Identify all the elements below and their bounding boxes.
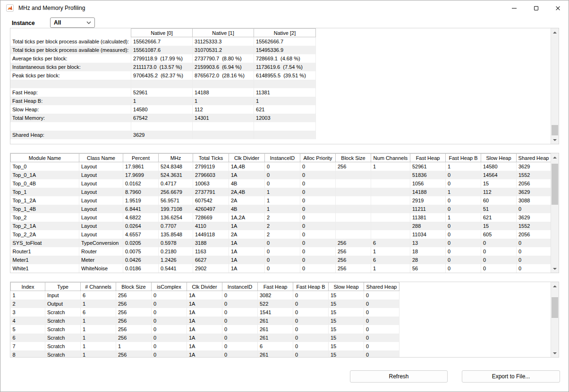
scroll-down-button[interactable] xyxy=(551,265,559,273)
table-cell[interactable]: 728669 xyxy=(193,213,229,222)
table-cell[interactable]: 14188 xyxy=(193,88,254,97)
table-cell[interactable] xyxy=(193,122,254,131)
table-cell[interactable] xyxy=(193,80,254,88)
table-cell[interactable]: 1 xyxy=(81,317,116,325)
table-cell[interactable]: 0 xyxy=(364,350,399,358)
table-cell[interactable]: 11211 xyxy=(410,205,446,213)
table-cell[interactable]: 0 xyxy=(481,256,517,264)
table-cell[interactable]: 1A xyxy=(187,308,222,317)
table-cell[interactable]: 112 xyxy=(193,105,254,114)
table-cell[interactable]: 1 xyxy=(81,325,116,334)
table-cell[interactable] xyxy=(254,80,316,88)
table-cell[interactable]: 0 xyxy=(300,196,336,205)
table-cell[interactable]: 2111173.0 (13.57 %) xyxy=(131,63,193,71)
table-cell[interactable]: 2796603 xyxy=(193,171,229,179)
table-cell[interactable]: 256 xyxy=(116,325,152,334)
table-cell[interactable]: 2737791 xyxy=(193,188,229,196)
table-cell[interactable]: 1541 xyxy=(258,308,293,317)
table-row[interactable]: Meter1Meter0.04261.242666271A00256628000 xyxy=(11,256,551,264)
table-cell[interactable]: 2056 xyxy=(517,230,551,239)
table-cell[interactable]: 5 xyxy=(11,325,45,334)
table-cell[interactable]: 2 xyxy=(11,300,45,308)
table-cell[interactable]: 2159903.6 (6.94 %) xyxy=(193,63,254,71)
table-cell[interactable]: Router1 xyxy=(11,247,79,256)
table-cell[interactable]: 6627 xyxy=(193,256,229,264)
table-cell[interactable]: Scratch xyxy=(45,308,81,317)
table-cell[interactable]: 0 xyxy=(446,222,481,230)
table-cell[interactable]: 256 xyxy=(116,350,152,358)
table-cell[interactable]: 1 xyxy=(116,342,152,350)
table-cell[interactable]: 0 xyxy=(517,264,551,273)
table-cell[interactable] xyxy=(371,179,410,188)
table-cell[interactable]: 0 xyxy=(265,171,300,179)
table-cell[interactable]: 0.0162 xyxy=(123,179,159,188)
table-cell[interactable]: 1 xyxy=(193,97,254,105)
table-cell[interactable]: Top_1 xyxy=(11,188,79,196)
table-cell[interactable]: 15 xyxy=(481,222,517,230)
table-cell[interactable]: 15 xyxy=(329,291,364,300)
table-cell[interactable]: 6 xyxy=(371,239,410,247)
table-cell[interactable]: 1 xyxy=(81,350,116,358)
table-row[interactable]: Peak ticks per block:9706435.2 (62.37 %)… xyxy=(10,71,316,80)
table-cell[interactable]: 256.6679 xyxy=(159,188,193,196)
table-cell[interactable]: 2737790.7 (8.80 %) xyxy=(193,54,254,63)
table-cell[interactable]: Top_2_1A xyxy=(11,222,79,230)
table-cell[interactable]: 0 xyxy=(517,205,551,213)
table-cell[interactable]: 52961 xyxy=(131,88,193,97)
table-cell[interactable]: 0 xyxy=(300,188,336,196)
table-cell[interactable]: 0 xyxy=(300,179,336,188)
table-cell[interactable]: 1 xyxy=(265,205,300,213)
table-cell[interactable]: 0 xyxy=(293,300,329,308)
table-cell[interactable]: 14580 xyxy=(131,105,193,114)
table-cell[interactable]: 15 xyxy=(329,342,364,350)
table-cell[interactable]: 0 xyxy=(364,334,399,342)
table-cell[interactable]: 7 xyxy=(11,342,45,350)
table-cell[interactable]: 14580 xyxy=(481,162,517,171)
table-cell[interactable]: 0 xyxy=(446,205,481,213)
table-cell[interactable]: 15 xyxy=(481,179,517,188)
table-cell[interactable]: 3 xyxy=(11,308,45,317)
table-cell[interactable]: Layout xyxy=(79,205,123,213)
table-cell[interactable]: 621 xyxy=(481,213,517,222)
table-row[interactable]: Top_0_1ALayout17.9699524.363127966031A00… xyxy=(11,171,551,179)
table-row[interactable]: 8Scratch125601A02610150 xyxy=(11,350,399,358)
table-cell[interactable]: 0 xyxy=(152,300,187,308)
table-cell[interactable]: 621 xyxy=(254,105,316,114)
table-cell[interactable]: 0 xyxy=(364,317,399,325)
instance-select[interactable]: All xyxy=(50,17,95,28)
table-cell[interactable]: Layout xyxy=(79,196,123,205)
table-cell[interactable]: 2A xyxy=(229,230,265,239)
table-cell[interactable]: 256 xyxy=(116,308,152,317)
table-cell[interactable]: 0 xyxy=(293,291,329,300)
column-header[interactable]: Total Ticks xyxy=(193,154,229,162)
table-cell[interactable]: 0 xyxy=(293,317,329,325)
table-cell[interactable] xyxy=(371,205,410,213)
table-cell[interactable]: 0 xyxy=(481,264,517,273)
scroll-down-button[interactable] xyxy=(551,349,559,357)
table-cell[interactable]: 112 xyxy=(481,188,517,196)
table-cell[interactable]: 1A xyxy=(229,264,265,273)
table-cell[interactable]: 261 xyxy=(258,325,293,334)
table-cell[interactable]: 0 xyxy=(222,308,258,317)
table-cell[interactable]: 1A xyxy=(187,300,222,308)
table-cell[interactable]: 0 xyxy=(300,239,336,247)
scrollbar-thumb[interactable] xyxy=(552,125,558,135)
table-cell[interactable]: Slow Heap: xyxy=(10,105,131,114)
table-cell[interactable]: 0 xyxy=(364,325,399,334)
column-header[interactable]: Slow Heap xyxy=(329,283,364,291)
table-cell[interactable]: 28 xyxy=(410,256,446,264)
table-cell[interactable]: 1A xyxy=(229,171,265,179)
table-cell[interactable]: 0 xyxy=(265,264,300,273)
table-cell[interactable]: 605 xyxy=(481,230,517,239)
table-cell[interactable]: 2902 xyxy=(193,264,229,273)
table-row[interactable]: 1Input625601A030820150 xyxy=(11,291,399,300)
table-cell[interactable]: Top_0_4B xyxy=(11,179,79,188)
column-header[interactable]: isComplex xyxy=(152,283,187,291)
table-cell[interactable]: 17.9699 xyxy=(123,171,159,179)
table-cell[interactable]: 0 xyxy=(364,308,399,317)
table-cell[interactable]: 4B xyxy=(229,179,265,188)
table-cell[interactable]: 0 xyxy=(222,300,258,308)
table-cell[interactable]: 3088 xyxy=(517,196,551,205)
table-cell[interactable]: 524.8348 xyxy=(159,162,193,171)
table-cell[interactable]: 256 xyxy=(116,291,152,300)
